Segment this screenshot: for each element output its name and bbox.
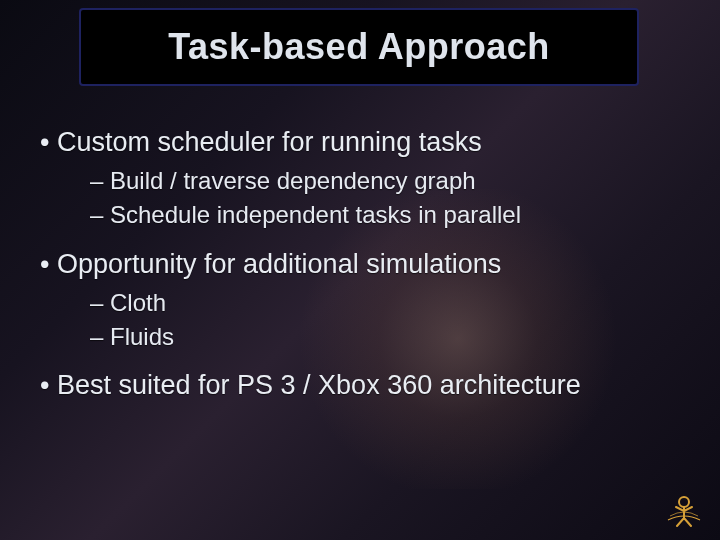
bullet-text: Custom scheduler for running tasks xyxy=(57,127,482,157)
sub-bullet-item: Schedule independent tasks in parallel xyxy=(90,198,690,232)
sub-bullet-text: Cloth xyxy=(110,289,166,316)
slide-content: Custom scheduler for running tasks Build… xyxy=(40,124,690,408)
corner-logo-icon xyxy=(662,490,706,530)
sub-bullet-item: Fluids xyxy=(90,320,690,354)
bullet-item: Best suited for PS 3 / Xbox 360 architec… xyxy=(40,367,690,403)
slide-title: Task-based Approach xyxy=(168,26,550,68)
sub-bullet-item: Cloth xyxy=(90,286,690,320)
bullet-text: Best suited for PS 3 / Xbox 360 architec… xyxy=(57,370,581,400)
sub-bullet-text: Build / traverse dependency graph xyxy=(110,167,476,194)
bullet-item: Custom scheduler for running tasks xyxy=(40,124,690,160)
sub-bullet-text: Schedule independent tasks in parallel xyxy=(110,201,521,228)
title-box: Task-based Approach xyxy=(79,8,639,86)
bullet-item: Opportunity for additional simulations xyxy=(40,246,690,282)
bullet-text: Opportunity for additional simulations xyxy=(57,249,501,279)
sub-list: Build / traverse dependency graph Schedu… xyxy=(40,164,690,231)
svg-point-0 xyxy=(679,497,689,507)
sub-bullet-item: Build / traverse dependency graph xyxy=(90,164,690,198)
sub-list: Cloth Fluids xyxy=(40,286,690,353)
sub-bullet-text: Fluids xyxy=(110,323,174,350)
